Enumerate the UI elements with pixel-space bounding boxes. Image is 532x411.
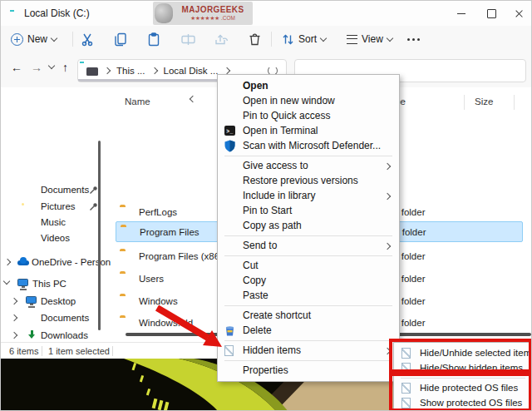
- chevron-down-icon: [387, 34, 393, 41]
- pin-icon: [89, 186, 98, 195]
- menu-separator: [224, 235, 392, 236]
- menu-item-copy[interactable]: Copy: [218, 273, 399, 288]
- menu-item-paste[interactable]: Paste: [218, 288, 399, 303]
- column-divider[interactable]: [464, 95, 465, 110]
- rename-button[interactable]: [178, 29, 199, 49]
- sidebar-item-label: Desktop: [41, 296, 76, 306]
- menu-item-label: Pin to Quick access: [243, 110, 330, 121]
- pin-icon: [89, 202, 98, 211]
- menu-item-label: Open in Terminal: [243, 125, 318, 136]
- paste-button[interactable]: [144, 29, 164, 49]
- submenu-arrow-icon: [384, 242, 391, 249]
- menu-item-open-in-terminal[interactable]: >_ Open in Terminal: [218, 123, 399, 138]
- majorgeeks-watermark: MAJORGEEKS ★★★★★★ .COM: [153, 2, 253, 25]
- menu-item-open[interactable]: Open: [218, 78, 399, 93]
- watermark-subtitle: ★★★★★★ .COM: [173, 16, 253, 22]
- sort-ascending-icon: [190, 96, 196, 102]
- cut-button[interactable]: [77, 29, 98, 49]
- menu-item-hidden-items[interactable]: Hidden items: [218, 343, 399, 358]
- recycle-bin-icon: [224, 324, 235, 336]
- menu-item-label: Give access to: [243, 160, 308, 171]
- menu-separator: [224, 360, 392, 361]
- file-explorer-window: Local Disk (C:) MAJORGEEKS ★★★★★★ .COM N…: [0, 0, 532, 411]
- menu-item-cut[interactable]: Cut: [218, 258, 399, 273]
- drive-icon: [86, 67, 98, 76]
- view-label: View: [362, 33, 383, 45]
- status-divider: [112, 346, 113, 356]
- view-button[interactable]: View: [343, 29, 396, 49]
- window-title: Local Disk (C:): [24, 7, 90, 19]
- breadcrumb-local-disk[interactable]: Local Disk ...: [164, 66, 219, 76]
- file-name: Program Files: [140, 227, 200, 237]
- menu-item-give-access-to[interactable]: Give access to: [218, 158, 399, 173]
- toolbar-divider: [72, 32, 73, 47]
- trash-icon: [249, 32, 261, 46]
- menu-item-label: Scan with Microsoft Defender...: [243, 140, 381, 151]
- sidebar-item-label: Documents: [41, 185, 89, 195]
- sort-label: Sort: [298, 33, 317, 45]
- sidebar-item-label: Videos: [41, 233, 70, 243]
- share-button[interactable]: [211, 29, 232, 49]
- sidebar-item-label: This PC: [32, 279, 66, 289]
- menu-item-pin-to-start[interactable]: Pin to Start: [218, 203, 399, 218]
- back-button[interactable]: ←: [11, 62, 22, 73]
- status-divider: [42, 346, 42, 356]
- menu-item-pin-to-quick-access[interactable]: Pin to Quick access: [218, 108, 399, 123]
- menu-item-restore-previous-versions[interactable]: Restore previous versions: [218, 173, 399, 188]
- watermark-title: MAJORGEEKS: [173, 6, 253, 14]
- breadcrumb-separator-icon: [104, 67, 111, 74]
- menu-item-properties[interactable]: Properties: [218, 363, 399, 378]
- menu-item-delete[interactable]: Delete: [218, 323, 399, 338]
- sidebar-scrollbar[interactable]: [98, 141, 101, 330]
- column-header-name[interactable]: Name: [125, 97, 150, 106]
- annotation-box-protected-os-files: [389, 373, 532, 411]
- submenu-arrow-icon: [384, 192, 391, 199]
- up-button[interactable]: ↑: [62, 62, 68, 73]
- column-divider[interactable]: [514, 95, 515, 110]
- menu-item-copy-as-path[interactable]: Copy as path: [218, 218, 399, 233]
- menu-item-label: Paste: [243, 290, 268, 301]
- column-header-size[interactable]: Size: [475, 97, 493, 106]
- menu-item-include-in-library[interactable]: Include in library: [218, 188, 399, 203]
- menu-item-label: Create shortcut: [243, 309, 311, 321]
- maximize-icon: [487, 9, 496, 18]
- file-name: Windows.old: [139, 318, 193, 328]
- menu-item-label: Properties: [243, 364, 288, 376]
- menu-item-label: Pin to Start: [243, 205, 292, 216]
- sort-button[interactable]: Sort: [278, 29, 329, 49]
- breadcrumb-separator-icon: [224, 67, 230, 74]
- command-toolbar: New: [1, 26, 532, 52]
- menu-item-label: Delete: [243, 324, 272, 336]
- submenu-arrow-icon: [384, 162, 391, 169]
- menu-item-create-shortcut[interactable]: Create shortcut: [218, 308, 399, 323]
- file-name: Users: [139, 274, 164, 284]
- toolbar-divider: [271, 32, 272, 47]
- menu-separator: [224, 340, 392, 341]
- new-button[interactable]: New: [7, 29, 60, 49]
- forward-button[interactable]: →: [31, 62, 42, 73]
- minimize-button[interactable]: [451, 6, 472, 21]
- sort-icon: [282, 33, 294, 46]
- see-more-button[interactable]: [404, 29, 423, 49]
- sidebar-item-label: Music: [41, 217, 66, 227]
- menu-item-open-in-new-window[interactable]: Open in new window: [218, 93, 399, 108]
- breadcrumb-separator-icon: [150, 67, 157, 74]
- menu-item-label: Hidden items: [243, 344, 301, 356]
- copy-button[interactable]: [111, 29, 131, 49]
- items-count: 6 items: [9, 346, 38, 356]
- close-button[interactable]: [508, 6, 530, 21]
- menu-separator: [224, 255, 392, 256]
- selected-count: 1 item selected: [48, 346, 110, 356]
- menu-item-label: Include in library: [243, 190, 315, 201]
- view-icon: [347, 35, 357, 44]
- menu-item-scan-with-defender[interactable]: Scan with Microsoft Defender...: [218, 138, 399, 153]
- maximize-button[interactable]: [480, 6, 502, 21]
- recent-locations-button[interactable]: [48, 62, 55, 69]
- paste-icon: [147, 32, 160, 47]
- plus-icon: [11, 33, 23, 46]
- menu-item-label: Restore previous versions: [243, 175, 358, 186]
- breadcrumb-this-pc[interactable]: This ...: [116, 66, 145, 76]
- delete-button[interactable]: [245, 29, 264, 49]
- sidebar-item-label: Downloads: [41, 330, 88, 340]
- menu-item-send-to[interactable]: Send to: [218, 238, 399, 253]
